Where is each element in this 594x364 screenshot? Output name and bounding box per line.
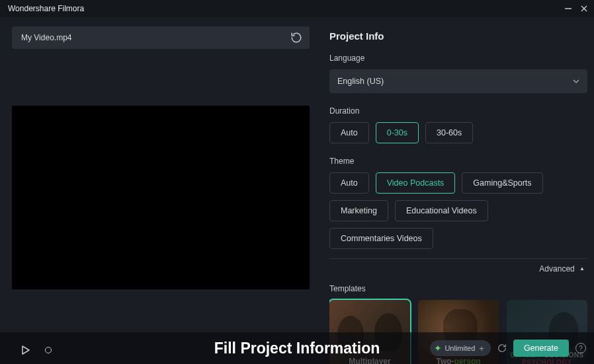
reload-icon[interactable] [290,31,303,44]
theme-option[interactable]: Video Podcasts [376,172,456,194]
footer-bar: Fill Project Information ✦ Unlimited + G… [0,332,594,364]
language-value: English (US) [337,77,384,86]
video-preview[interactable] [12,106,310,289]
refresh-icon[interactable] [497,344,507,353]
window-title: Wondershare Filmora [8,4,84,13]
right-panel: Project Info Language English (US) Durat… [329,26,594,364]
theme-option[interactable]: Marketing [329,200,388,221]
left-column: My Video.mp4 [12,26,310,364]
duration-option[interactable]: 0-30s [376,122,419,143]
credit-label: Unlimited [445,344,475,352]
credits-pill[interactable]: ✦ Unlimited + [430,340,490,356]
generate-button[interactable]: Generate [513,340,569,357]
advanced-toggle[interactable]: Advanced ▲ [329,258,587,284]
duration-option[interactable]: 30-60s [425,122,473,143]
panel-title: Project Info [329,30,587,42]
language-select[interactable]: English (US) [329,69,587,93]
theme-option[interactable]: Gaming&Sports [462,172,542,194]
plus-icon: + [479,344,484,353]
duration-option[interactable]: Auto [329,122,369,143]
help-icon[interactable]: ? [575,343,586,353]
credit-icon: ✦ [434,343,442,353]
footer-actions: ✦ Unlimited + Generate ? [430,340,586,357]
app-window: Wondershare Filmora My Video.mp4 [0,0,594,364]
theme-options: AutoVideo PodcastsGaming&SportsMarketing… [329,172,587,249]
close-button[interactable] [579,4,589,13]
templates-label: Templates [329,284,587,293]
play-button[interactable] [21,346,30,355]
theme-option[interactable]: Educational Videos [395,200,488,221]
titlebar: Wondershare Filmora [0,0,594,17]
duration-options: Auto0-30s30-60s [329,122,587,143]
chevron-down-icon [573,78,579,85]
duration-label: Duration [329,106,587,116]
language-label: Language [329,54,587,63]
file-row[interactable]: My Video.mp4 [12,26,310,49]
footer-caption: Fill Project Information [214,340,380,357]
theme-label: Theme [329,157,587,166]
playback-controls [21,346,52,355]
theme-option[interactable]: Auto [329,172,369,194]
minimize-button[interactable] [564,4,573,13]
file-name: My Video.mp4 [21,33,71,42]
advanced-label: Advanced [539,264,574,273]
stop-button[interactable] [45,347,52,353]
content: My Video.mp4 Project Info Language Engli… [0,17,594,364]
theme-option[interactable]: Commentaries Videos [329,228,433,249]
caret-up-icon: ▲ [579,266,585,272]
svg-marker-3 [22,346,29,354]
window-controls [564,4,589,13]
